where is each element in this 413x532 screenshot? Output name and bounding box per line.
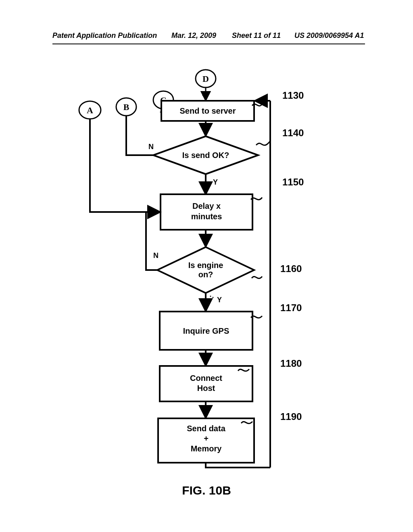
- header-rule: [52, 44, 365, 44]
- node-send-data-line1: Send data: [187, 424, 225, 433]
- figure-caption: FIG. 10B: [0, 484, 413, 497]
- connector-d-label: D: [202, 74, 209, 84]
- ref-1140: 1140: [282, 127, 304, 138]
- node-connect-host-line1: Connect: [190, 374, 222, 382]
- node-send-data-line2: +: [204, 434, 209, 443]
- svg-point-6: [210, 296, 211, 297]
- publication-label: Patent Application Publication: [52, 31, 157, 40]
- connector-a-label: A: [87, 105, 93, 115]
- node-inquire-gps-label: Inquire GPS: [183, 326, 229, 335]
- svg-point-7: [213, 297, 214, 298]
- ref-1150: 1150: [282, 177, 304, 187]
- node-is-send-ok-label: Is send OK?: [182, 151, 229, 160]
- node-connect-host-line2: Host: [197, 384, 215, 393]
- page: Patent Application Publication Mar. 12, …: [0, 0, 413, 532]
- publication-date: Mar. 12, 2009: [171, 31, 216, 40]
- node-send-to-server-label: Send to server: [180, 106, 236, 115]
- node-is-engine-on-line2: on?: [198, 270, 213, 279]
- publication-number: US 2009/0069954 A1: [294, 31, 364, 40]
- node-send-data-line3: Memory: [191, 444, 222, 453]
- is-engine-on-no: N: [153, 251, 159, 260]
- connector-b-label: B: [123, 102, 129, 112]
- ref-1190: 1190: [280, 411, 302, 422]
- sheet-number: Sheet 11 of 11: [232, 31, 281, 40]
- flowchart: D C Send to server 1130 Is send OK? 1140: [52, 69, 367, 480]
- is-send-ok-no: N: [148, 143, 154, 151]
- node-delay-line2: minutes: [191, 212, 222, 221]
- ref-1130: 1130: [282, 90, 304, 101]
- svg-line-1: [202, 95, 205, 98]
- ref-1170: 1170: [280, 302, 302, 313]
- ref-1180: 1180: [280, 358, 302, 369]
- node-delay-line1: Delay x: [192, 202, 221, 210]
- is-engine-on-yes: Y: [217, 296, 222, 304]
- is-send-ok-yes: Y: [213, 178, 218, 186]
- ref-1160: 1160: [280, 263, 302, 274]
- node-is-engine-on-line1: Is engine: [188, 261, 223, 270]
